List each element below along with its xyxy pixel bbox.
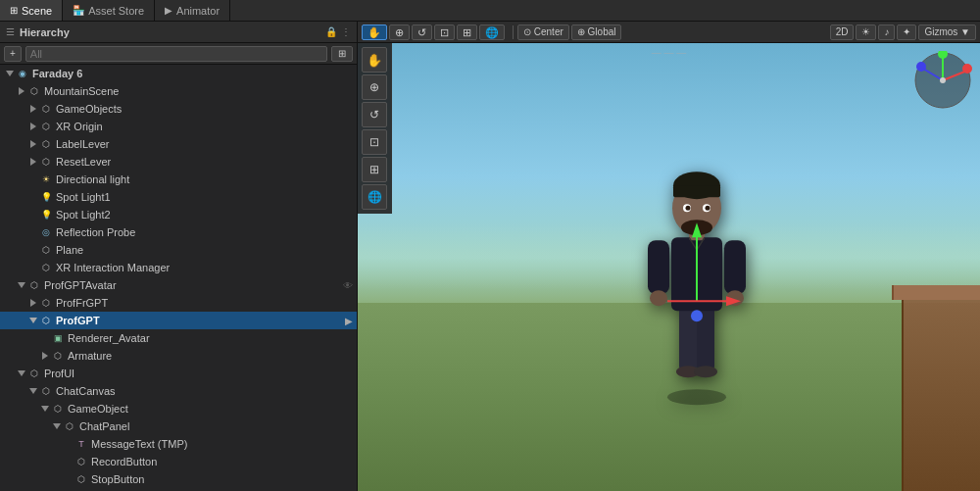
- tab-animator[interactable]: ▶ Animator: [155, 0, 230, 21]
- label-proffrgpt: ProfFrGPT: [56, 297, 108, 309]
- expand-xrorigin[interactable]: [27, 123, 39, 130]
- svg-point-30: [916, 62, 926, 72]
- expand-labellever[interactable]: [27, 140, 39, 148]
- hierarchy-content: ◉ Faraday 6 ⬡ MountainScene ⬡: [0, 65, 357, 491]
- lighting-btn[interactable]: ☀: [856, 25, 876, 40]
- profgpt-right-arrow: ▶: [345, 316, 353, 326]
- tree-item-xrorigin[interactable]: ⬡ XR Origin: [0, 118, 357, 135]
- expand-profgptavatar[interactable]: [16, 282, 27, 288]
- icon-faraday6: ◉: [16, 67, 29, 80]
- svg-marker-22: [726, 296, 741, 306]
- expand-proffrgpt[interactable]: [27, 299, 39, 307]
- label-plane: Plane: [56, 244, 83, 256]
- expand-armature[interactable]: [39, 352, 51, 360]
- scene-canvas[interactable]: ✋ ⊕ ↺ ⊡ ⊞ 🌐: [358, 43, 980, 491]
- transform-tool-btn[interactable]: 🌐: [479, 25, 505, 40]
- icon-stopbutton: ⬡: [74, 472, 88, 486]
- move-tool-btn[interactable]: ⊕: [389, 25, 410, 40]
- hand-tool-btn[interactable]: ✋: [362, 25, 387, 40]
- tree-item-profui[interactable]: ⬡ ProfUI: [0, 365, 357, 382]
- tree-item-profgptavatar[interactable]: ⬡ ProfGPTAvatar 👁: [0, 276, 357, 294]
- tool-hand[interactable]: ✋: [362, 47, 387, 73]
- tree-item-stopbutton[interactable]: ⬡ StopButton: [0, 470, 357, 488]
- tree-item-recordbutton[interactable]: ⬡ RecordButton: [0, 453, 357, 470]
- tool-rect[interactable]: ⊞: [362, 157, 387, 182]
- search-input[interactable]: [25, 46, 327, 62]
- tree-item-chatcanvas[interactable]: ⬡ ChatCanvas: [0, 382, 357, 400]
- expand-profgpt[interactable]: [27, 318, 39, 323]
- hierarchy-lock-icon[interactable]: 🔒: [325, 26, 337, 37]
- label-messagetext: MessageText (TMP): [91, 438, 187, 450]
- tree-item-spotlight1[interactable]: 💡 Spot Light1: [0, 188, 357, 206]
- scale-tool-btn[interactable]: ⊡: [434, 25, 455, 40]
- expand-chatcanvas[interactable]: [27, 388, 39, 394]
- fx-btn[interactable]: ✦: [897, 25, 916, 40]
- tree-item-plane[interactable]: ⬡ Plane: [0, 241, 357, 259]
- label-labellever: LabelLever: [56, 138, 109, 150]
- tree-item-resetlever[interactable]: ⬡ ResetLever: [0, 153, 357, 171]
- eye-icon-profgptavatar[interactable]: 👁: [343, 280, 353, 291]
- scene-left-tools: ✋ ⊕ ↺ ⊡ ⊞ 🌐: [358, 43, 392, 214]
- tree-item-rendereravatar[interactable]: ▣ Renderer_Avatar: [0, 329, 357, 347]
- icon-reflectionprobe: ◎: [39, 225, 53, 239]
- tree-item-directionallight[interactable]: ☀ Directional light: [0, 171, 357, 188]
- label-xrorigin: XR Origin: [56, 121, 103, 132]
- expand-chatpanel[interactable]: [51, 423, 63, 429]
- expand-faraday6[interactable]: [4, 71, 16, 76]
- audio-btn[interactable]: ♪: [878, 25, 895, 40]
- add-button[interactable]: +: [4, 46, 22, 62]
- asset-store-icon: 🏪: [73, 5, 84, 16]
- scene-toolbar: ✋ ⊕ ↺ ⊡ ⊞ 🌐 ⊙ Center ⊕ Global 2D ☀: [358, 22, 980, 43]
- icon-proffrgpt: ⬡: [39, 296, 53, 310]
- label-reflectionprobe: Reflection Probe: [56, 226, 135, 238]
- label-xrinteractionmanager: XR Interaction Manager: [56, 262, 170, 273]
- expand-profui[interactable]: [16, 370, 27, 376]
- tree-item-gameobjects[interactable]: ⬡ GameObjects: [0, 100, 357, 118]
- tool-global[interactable]: 🌐: [362, 184, 387, 210]
- animator-label: Animator: [176, 5, 220, 17]
- tab-scene[interactable]: ⊞ Scene: [0, 0, 63, 21]
- svg-point-0: [667, 389, 726, 405]
- icon-directionallight: ☀: [39, 172, 53, 186]
- options-button[interactable]: ⊞: [331, 46, 353, 62]
- tree-item-proffrgpt[interactable]: ⬡ ProfFrGPT: [0, 294, 357, 312]
- tree-item-chatpanel[interactable]: ⬡ ChatPanel: [0, 417, 357, 435]
- hierarchy-title: Hierarchy: [20, 26, 70, 38]
- expand-mountainscene[interactable]: [16, 87, 27, 95]
- tree-item-armature[interactable]: ⬡ Armature: [0, 347, 357, 365]
- tree-item-profgpt[interactable]: ⬡ ProfGPT ▶: [0, 312, 357, 329]
- expand-gameobject[interactable]: [39, 406, 51, 412]
- rect-tool-btn[interactable]: ⊞: [457, 25, 477, 40]
- label-profui: ProfUI: [44, 368, 74, 379]
- icon-messagetext: T: [74, 437, 88, 451]
- pivot-center-btn[interactable]: ⊙ Center: [517, 25, 569, 40]
- global-local-btn[interactable]: ⊕ Global: [571, 25, 622, 40]
- tree-item-gameobject[interactable]: ⬡ GameObject: [0, 400, 357, 417]
- tree-item-labellever[interactable]: ⬡ LabelLever: [0, 135, 357, 153]
- label-chatcanvas: ChatCanvas: [56, 385, 116, 397]
- animator-icon: ▶: [165, 5, 172, 16]
- gizmos-btn[interactable]: Gizmos ▼: [918, 25, 976, 40]
- label-profgptavatar: ProfGPTAvatar: [44, 279, 117, 291]
- tree-item-mountainscene[interactable]: ⬡ MountainScene: [0, 82, 357, 100]
- tree-item-xrinteractionmanager[interactable]: ⬡ XR Interaction Manager: [0, 259, 357, 276]
- 2d-btn[interactable]: 2D: [830, 25, 855, 40]
- tab-asset-store[interactable]: 🏪 Asset Store: [63, 0, 155, 21]
- hierarchy-toolbar: + ⊞: [0, 43, 357, 65]
- hierarchy-more-icon[interactable]: ⋮: [341, 26, 351, 37]
- tree-item-faraday6[interactable]: ◉ Faraday 6: [0, 65, 357, 82]
- tool-scale[interactable]: ⊡: [362, 129, 387, 155]
- expand-resetlever[interactable]: [27, 158, 39, 166]
- tree-item-spotlight2[interactable]: 💡 Spot Light2: [0, 206, 357, 223]
- expand-gameobjects[interactable]: [27, 105, 39, 113]
- tool-move[interactable]: ⊕: [362, 74, 387, 100]
- icon-recordbutton: ⬡: [74, 455, 88, 468]
- icon-spotlight1: 💡: [39, 190, 53, 204]
- label-spotlight2: Spot Light2: [56, 209, 111, 221]
- icon-resetlever: ⬡: [39, 155, 53, 169]
- tree-item-reflectionprobe[interactable]: ◎ Reflection Probe: [0, 223, 357, 241]
- tool-rotate[interactable]: ↺: [362, 102, 387, 127]
- rotate-tool-btn[interactable]: ↺: [412, 25, 432, 40]
- tree-item-messagetext[interactable]: T MessageText (TMP): [0, 435, 357, 453]
- icon-armature: ⬡: [51, 349, 65, 363]
